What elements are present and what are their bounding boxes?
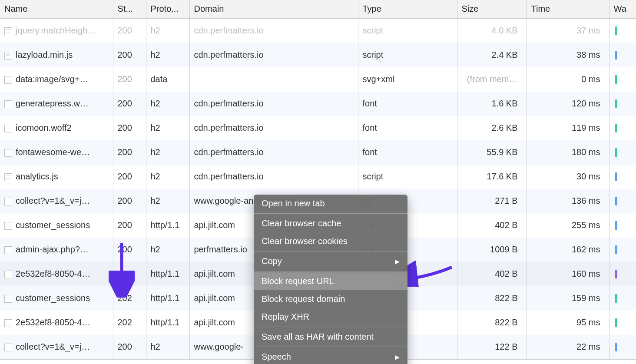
request-name: collect?v=1&_v=j… [16, 196, 90, 205]
waterfall-bar [615, 245, 617, 254]
request-name: 2e532ef8-8050-4… [16, 269, 90, 278]
cell-status: 200 [113, 43, 146, 67]
request-name: customer_sessions [16, 220, 90, 230]
cell-waterfall [609, 311, 636, 335]
cell-waterfall [609, 286, 636, 311]
file-icon [4, 344, 12, 351]
cell-time: 180 ms [527, 140, 609, 165]
cell-status: 200 [113, 67, 146, 92]
ctx-clear-cache[interactable]: Clear browser cache [254, 215, 407, 232]
waterfall-bar [615, 270, 617, 278]
file-icon [4, 149, 12, 157]
ctx-clear-cookies[interactable]: Clear browser cookies [254, 232, 407, 250]
file-icon [4, 76, 12, 84]
cell-size: 402 B [457, 213, 527, 238]
context-menu: Open in new tab Clear browser cache Clea… [254, 195, 407, 364]
chevron-right-icon: ▶ [395, 258, 400, 265]
cell-time: 95 ms [527, 311, 609, 335]
script-file-icon [4, 27, 12, 35]
cell-waterfall [609, 116, 636, 140]
cell-waterfall [609, 262, 636, 286]
cell-type: script [358, 43, 457, 67]
cell-size: 55.9 KB [457, 140, 527, 165]
cell-status: 200 [113, 335, 146, 359]
cell-waterfall [609, 238, 636, 262]
ctx-replay-xhr[interactable]: Replay XHR [254, 308, 407, 326]
table-row[interactable]: icomoon.woff2200h2cdn.perfmatters.iofont… [0, 116, 636, 140]
cell-time: 30 ms [527, 165, 609, 189]
table-row[interactable]: data:image/svg+…200datasvg+xml(from mem…… [0, 67, 636, 92]
cell-size: 2.6 KB [457, 116, 527, 140]
file-icon [4, 100, 12, 108]
cell-status: 200 [113, 116, 146, 140]
cell-status: 200 [113, 213, 146, 238]
file-icon [4, 222, 12, 230]
column-header-waterfall[interactable]: Wa [609, 0, 636, 18]
cell-status: 200 [113, 189, 146, 213]
waterfall-bar [615, 172, 617, 181]
waterfall-bar [615, 99, 617, 108]
table-row[interactable]: lazyload.min.js200h2cdn.perfmatters.iosc… [0, 43, 636, 67]
cell-time: 255 ms [527, 213, 609, 238]
cell-size: 122 B [457, 335, 527, 359]
cell-size: 17.6 KB [457, 165, 527, 189]
cell-size: 1.6 KB [457, 92, 527, 116]
column-header-name[interactable]: Name [0, 0, 113, 18]
waterfall-bar [615, 318, 617, 327]
cell-protocol: h2 [146, 165, 189, 189]
table-row[interactable]: analytics.js200h2cdn.perfmatters.ioscrip… [0, 165, 636, 189]
ctx-block-request-url[interactable]: Block request URL [254, 272, 407, 290]
request-name: jquery.matchHeigh… [16, 26, 96, 35]
cell-domain: cdn.perfmatters.io [189, 165, 358, 189]
cell-time: 22 ms [527, 335, 609, 359]
ctx-speech[interactable]: Speech▶ [254, 348, 407, 364]
table-row[interactable]: generatepress.w…200h2cdn.perfmatters.iof… [0, 92, 636, 116]
cell-protocol: h2 [146, 18, 189, 43]
cell-status: 200 [113, 140, 146, 165]
table-row[interactable]: jquery.matchHeigh…200h2cdn.perfmatters.i… [0, 18, 636, 43]
cell-size: 4.0 KB [457, 18, 527, 43]
table-row[interactable]: fontawesome-we…200h2cdn.perfmatters.iofo… [0, 140, 636, 165]
column-header-size[interactable]: Size [457, 0, 527, 18]
cell-waterfall [609, 67, 636, 92]
cell-status: 200 [113, 18, 146, 43]
column-header-protocol[interactable]: Proto... [146, 0, 189, 18]
cell-protocol: http/1.1 [146, 311, 189, 335]
cell-waterfall [609, 335, 636, 359]
file-icon [4, 125, 12, 132]
cell-time: 159 ms [527, 286, 609, 311]
column-header-status[interactable]: St... [113, 0, 146, 18]
ctx-copy[interactable]: Copy▶ [254, 252, 407, 270]
cell-size: 271 B [457, 189, 527, 213]
column-header-domain[interactable]: Domain [189, 0, 358, 18]
ctx-block-request-domain[interactable]: Block request domain [254, 290, 407, 308]
column-header-time[interactable]: Time [527, 0, 609, 18]
cell-size: 2.4 KB [457, 43, 527, 67]
cell-time: 162 ms [527, 238, 609, 262]
waterfall-bar [615, 343, 617, 351]
cell-time: 0 ms [527, 67, 609, 92]
cell-domain: cdn.perfmatters.io [189, 18, 358, 43]
script-file-icon [4, 52, 12, 60]
cell-type: font [358, 116, 457, 140]
cell-protocol: h2 [146, 238, 189, 262]
cell-type: script [358, 18, 457, 43]
cell-domain: cdn.perfmatters.io [189, 140, 358, 165]
cell-protocol: http/1.1 [146, 213, 189, 238]
cell-waterfall [609, 213, 636, 238]
request-name: fontawesome-we… [16, 147, 90, 157]
cell-domain [189, 67, 358, 92]
cell-status: 200 [113, 92, 146, 116]
cell-domain: cdn.perfmatters.io [189, 116, 358, 140]
cell-waterfall [609, 92, 636, 116]
column-header-type[interactable]: Type [358, 0, 457, 18]
cell-waterfall [609, 189, 636, 213]
ctx-save-har[interactable]: Save all as HAR with content [254, 328, 407, 346]
cell-domain: cdn.perfmatters.io [189, 92, 358, 116]
chevron-right-icon: ▶ [395, 354, 400, 361]
waterfall-bar [615, 75, 617, 84]
ctx-open-new-tab[interactable]: Open in new tab [254, 195, 407, 212]
request-name: customer_sessions [16, 293, 90, 303]
cell-time: 119 ms [527, 116, 609, 140]
cell-protocol: h2 [146, 92, 189, 116]
